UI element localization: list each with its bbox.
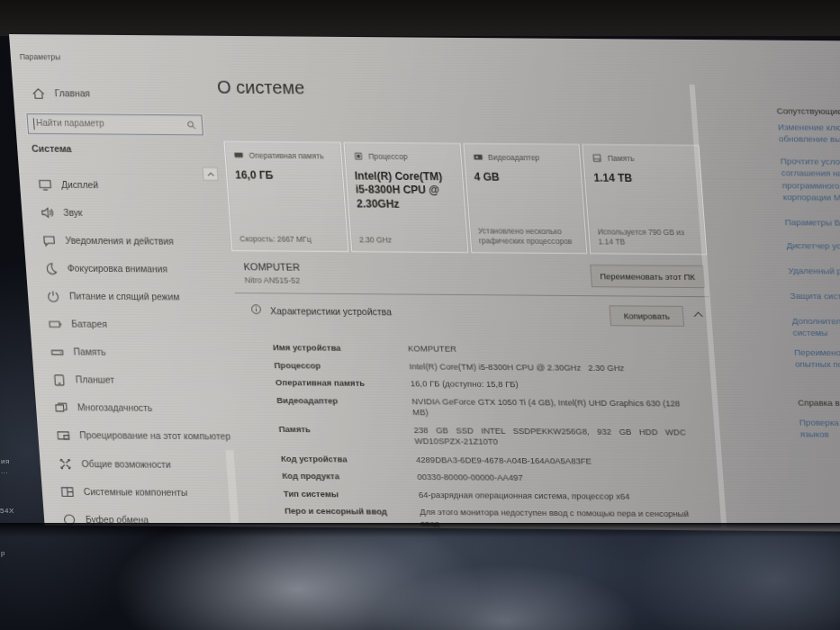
table-row: Имя устройства KOMPUTER [273,342,717,356]
sidebar-item-label: Многозадачность [77,403,153,414]
link-system-protection[interactable]: Защита системы [790,290,840,302]
sidebar-item-label: Фокусировка внимания [67,264,167,274]
spec-value: KOMPUTER [408,343,457,355]
sound-icon [40,205,55,220]
notifications-icon [41,233,57,248]
table-row: Перо и сенсорный ввод Для этого монитора… [285,505,729,531]
sidebar-item-label: Питание и спящий режим [69,292,180,302]
sidebar-item-system-components[interactable]: Системные компоненты [41,477,241,507]
sidebar-item-shared-experiences[interactable]: Общие возможности [39,449,239,479]
spec-label: Имя устройства [273,342,409,355]
sidebar-item-label: Планшет [75,375,114,385]
sidebar-item-battery[interactable]: Батарея [29,310,229,339]
sidebar-item-label: Общие возможности [81,459,171,470]
sidebar-item-clipboard[interactable]: Буфер обмена [43,505,243,531]
spec-label: Код устройства [281,453,417,465]
settings-sidebar: Главная Система Дисплей Звук [9,34,243,526]
sidebar-item-label: Память [73,347,106,357]
sidebar-item-storage[interactable]: Память [31,338,230,367]
shared-experiences-icon [58,456,73,471]
card-value: 16,0 ГБ [235,168,335,183]
link-language-support-check[interactable]: Проверка поддержки языков [799,417,840,441]
device-model: Nitro AN515-52 [244,275,300,284]
search-box[interactable] [26,113,203,136]
link-change-product-key[interactable]: Изменение ключа продукта или обновление … [778,122,840,146]
background-artifact: р [1,549,5,557]
info-icon [250,303,263,315]
spec-value: 4289DBA3-6DE9-4678-A04B-164A0A5A83FE [416,454,592,466]
search-input[interactable] [36,115,181,131]
online-help-header: Справка в Интернете [798,397,840,410]
sidebar-item-label: Буфер обмена [86,515,149,526]
sidebar-item-label: Системные компоненты [83,487,187,498]
device-specs-table: Имя устройства KOMPUTER Процессор Intel(… [273,342,729,531]
spec-value: Intel(R) Core(TM) i5-8300H CPU @ 2.30GHz… [409,361,625,374]
background-artifact: ... [1,467,8,475]
link-rename-pc-advanced[interactable]: Переименование компьютера (для опытных п… [794,346,840,371]
card-label: Видеоадаптер [488,153,540,162]
search-icon[interactable] [186,121,197,130]
card-label: Память [607,154,634,163]
link-device-manager[interactable]: Диспетчер устройств [786,239,840,252]
sidebar-items: Дисплей Звук Уведомления и действия Фоку… [19,170,243,531]
spec-value: 64-разрядная операционная система, проце… [418,489,629,501]
sidebar-item-label: Дисплей [61,179,99,189]
display-icon [38,177,53,192]
table-row: Оперативная память 16,0 ГБ (доступно: 15… [275,377,719,392]
link-advanced-system-settings[interactable]: Дополнительные параметры системы [791,315,840,339]
spec-label: Тип системы [283,488,419,500]
focus-assist-icon [43,261,59,275]
link-bitlocker-settings[interactable]: Параметры BitLocker [784,216,840,229]
sidebar-item-tablet[interactable]: Планшет [33,365,233,395]
sidebar-item-projecting[interactable]: Проецирование на этот компьютер [37,421,237,451]
system-components-icon [59,484,75,499]
disk-icon [592,153,602,163]
related-settings-header: Сопутствующие параметры [776,105,840,118]
link-remote-desktop[interactable]: Удаленный рабочий стол [788,265,840,277]
sidebar-item-power-sleep[interactable]: Питание и спящий режим [27,282,227,311]
sidebar-item-multitasking[interactable]: Многозадачность [35,393,235,423]
sidebar-item-notifications[interactable]: Уведомления и действия [23,226,222,256]
table-row: Видеоадаптер NVIDIA GeForce GTX 1050 Ti … [276,395,721,421]
ram-icon [233,150,244,160]
card-footer: Скорость: 2667 МГц [239,234,341,245]
storage-icon [50,345,65,359]
cpu-icon [353,151,364,161]
sidebar-item-sound[interactable]: Звук [21,198,221,228]
collapse-chevron-icon[interactable] [692,309,705,320]
sidebar-item-focus-assist[interactable]: Фокусировка внимания [25,254,225,284]
spec-label: Код продукта [282,470,418,482]
clipboard-icon [62,512,77,526]
card-ram: Оперативная память 16,0 ГБ Скорость: 266… [223,141,348,252]
sidebar-item-label: Звук [63,207,83,217]
table-row: Память 238 GB SSD INTEL SSDPEKKW256G8, 9… [278,424,723,450]
link-license-terms[interactable]: Прочтите условия лицензионного соглашени… [780,156,840,203]
spec-label: Перо и сенсорный ввод [285,505,421,528]
sidebar-item-label: Батарея [71,320,107,329]
sidebar-item-label: Главная [54,88,90,98]
section-divider [235,292,709,297]
spec-value: 16,0 ГБ (доступно: 15,8 ГБ) [411,379,519,391]
related-settings: Сопутствующие параметры Изменение ключа … [772,40,840,41]
tablet-icon [51,373,67,387]
sidebar-item-home[interactable]: Главная [13,79,212,109]
home-icon [31,86,46,101]
spec-value: 00330-80000-00000-AA497 [417,472,523,483]
settings-window: Параметры Главная Система Дисплей [9,34,840,532]
spec-label: Память [278,424,415,447]
device-specs-header: Характеристики устройства [270,305,393,317]
text-caret [33,118,35,130]
table-row: Код устройства 4289DBA3-6DE9-4678-A04B-1… [281,453,725,467]
spec-label: Видеоадаптер [276,395,413,418]
screen-top-bezel [0,0,840,36]
power-sleep-icon [46,289,61,303]
card-value: 4 GB [474,170,574,184]
copy-button[interactable]: Копировать [609,305,684,327]
sidebar-item-display[interactable]: Дисплей [19,170,219,200]
card-label: Оперативная память [248,151,324,161]
card-cpu: Процессор Intel(R) Core(TM) i5-8300H CPU… [343,142,468,253]
card-storage: Память 1.14 TB Используется 790 GB из 1.… [583,144,708,255]
sidebar-section-title: Система [32,143,72,154]
rename-pc-button[interactable]: Переименовать этот ПК [590,265,705,288]
projecting-icon [56,428,71,443]
